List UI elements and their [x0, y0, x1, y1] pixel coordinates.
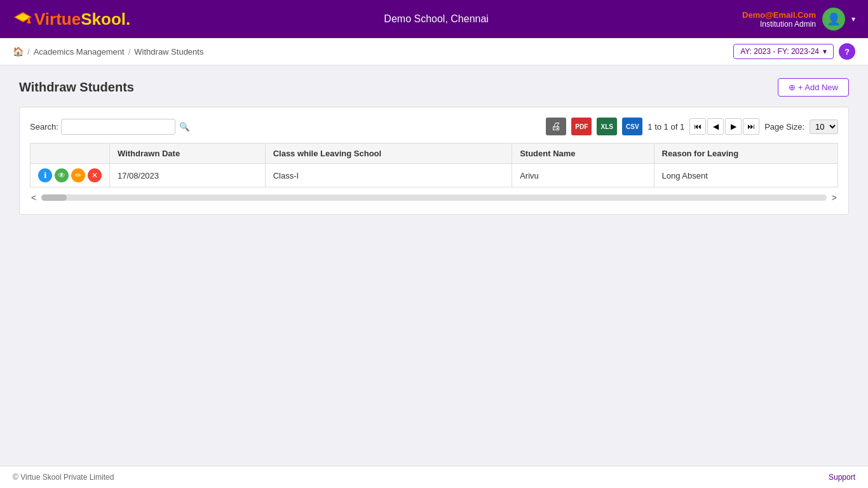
breadcrumb-bar: 🏠 / Academics Management / Withdraw Stud…	[0, 38, 868, 65]
pagination-buttons: ⏮ ◀ ▶ ⏭	[689, 118, 759, 135]
dropdown-chevron: ▾	[823, 47, 827, 56]
class-cell: Class-I	[265, 164, 512, 187]
user-role: Institution Admin	[742, 20, 816, 29]
breadcrumb-right: AY: 2023 - FY: 2023-24 ▾ ?	[733, 43, 855, 60]
user-dropdown-chevron[interactable]: ▾	[851, 15, 855, 24]
school-name: Demo School, Chennai	[384, 13, 489, 25]
delete-button[interactable]: ✕	[88, 168, 102, 182]
logo-text: VirtueSkool.	[34, 10, 130, 29]
pdf-button[interactable]: PDF	[571, 118, 592, 135]
col-reason: Reason for Leaving	[654, 144, 837, 164]
view-button[interactable]: 👁	[55, 168, 69, 182]
help-button[interactable]: ?	[839, 43, 855, 60]
page-header: Withdraw Students ⊕ + Add New	[19, 78, 849, 97]
scroll-track[interactable]	[41, 194, 827, 201]
col-class: Class while Leaving School	[265, 144, 512, 164]
last-page-button[interactable]: ⏭	[743, 118, 759, 135]
logo: VirtueSkool.	[13, 10, 130, 29]
pagination-info: 1 to 1 of 1	[648, 122, 684, 132]
breadcrumb-academics[interactable]: Academics Management	[34, 47, 125, 57]
header-right: Demo@Email.Com Institution Admin 👤 ▾	[742, 8, 855, 30]
academic-year-label: AY: 2023 - FY: 2023-24	[740, 47, 819, 56]
page-size-select[interactable]: 10 25 50	[810, 119, 838, 134]
add-new-label: + Add New	[798, 83, 838, 92]
main-content: Withdraw Students ⊕ + Add New Search: 🔍 …	[0, 65, 868, 466]
prev-page-button[interactable]: ◀	[707, 118, 724, 135]
search-label: Search:	[30, 122, 58, 132]
info-button[interactable]: ℹ	[38, 168, 52, 182]
excel-button[interactable]: XLS	[597, 118, 617, 135]
avatar[interactable]: 👤	[822, 8, 845, 30]
search-button[interactable]: 🔍	[178, 121, 191, 133]
breadcrumb: 🏠 / Academics Management / Withdraw Stud…	[13, 46, 203, 57]
page-title: Withdraw Students	[19, 80, 134, 95]
search-area: Search: 🔍	[30, 119, 191, 135]
withdrawn-date-cell: 17/08/2023	[110, 164, 266, 187]
copyright: © Virtue Skool Private Limited	[13, 473, 114, 482]
scrollbar-row: < >	[30, 191, 838, 204]
first-page-button[interactable]: ⏮	[689, 118, 706, 135]
breadcrumb-sep-1: /	[27, 47, 30, 57]
academic-year-dropdown[interactable]: AY: 2023 - FY: 2023-24 ▾	[733, 44, 834, 59]
add-new-icon: ⊕	[789, 83, 796, 92]
user-info: Demo@Email.Com Institution Admin	[742, 10, 816, 29]
home-icon[interactable]: 🏠	[13, 46, 24, 57]
col-actions	[31, 144, 110, 164]
breadcrumb-current: Withdraw Students	[134, 47, 203, 57]
col-student-name: Student Name	[512, 144, 654, 164]
col-withdrawn-date: Withdrawn Date	[110, 144, 266, 164]
table-toolbar: Search: 🔍 🖨 PDF XLS CSV 1 to 1 of 1 ⏮ ◀ …	[30, 118, 838, 135]
data-table: Withdrawn Date Class while Leaving Schoo…	[30, 143, 838, 187]
reason-cell: Long Absent	[654, 164, 837, 187]
print-button[interactable]: 🖨	[546, 118, 566, 135]
scroll-right-button[interactable]: >	[831, 191, 838, 204]
page-size-label: Page Size:	[764, 122, 804, 132]
csv-button[interactable]: CSV	[622, 118, 642, 135]
header: VirtueSkool. Demo School, Chennai Demo@E…	[0, 0, 868, 38]
svg-point-3	[27, 21, 31, 24]
table-container: Search: 🔍 🖨 PDF XLS CSV 1 to 1 of 1 ⏮ ◀ …	[19, 107, 849, 215]
actions-cell: ℹ 👁 ✏ ✕	[31, 164, 110, 187]
toolbar-right: 🖨 PDF XLS CSV 1 to 1 of 1 ⏮ ◀ ▶ ⏭ Page S…	[546, 118, 838, 135]
support-link[interactable]: Support	[829, 473, 855, 482]
breadcrumb-sep-2: /	[128, 47, 131, 57]
add-new-button[interactable]: ⊕ + Add New	[778, 78, 849, 97]
student-name-cell: Arivu	[512, 164, 654, 187]
user-email: Demo@Email.Com	[742, 10, 816, 20]
scroll-thumb	[41, 194, 67, 201]
scroll-left-button[interactable]: <	[30, 191, 37, 204]
table-row: ℹ 👁 ✏ ✕ 17/08/2023 Class-I Arivu Long Ab…	[31, 164, 838, 187]
edit-button[interactable]: ✏	[71, 168, 85, 182]
next-page-button[interactable]: ▶	[725, 118, 742, 135]
search-input[interactable]	[61, 119, 175, 135]
footer: © Virtue Skool Private Limited Support	[0, 466, 868, 488]
